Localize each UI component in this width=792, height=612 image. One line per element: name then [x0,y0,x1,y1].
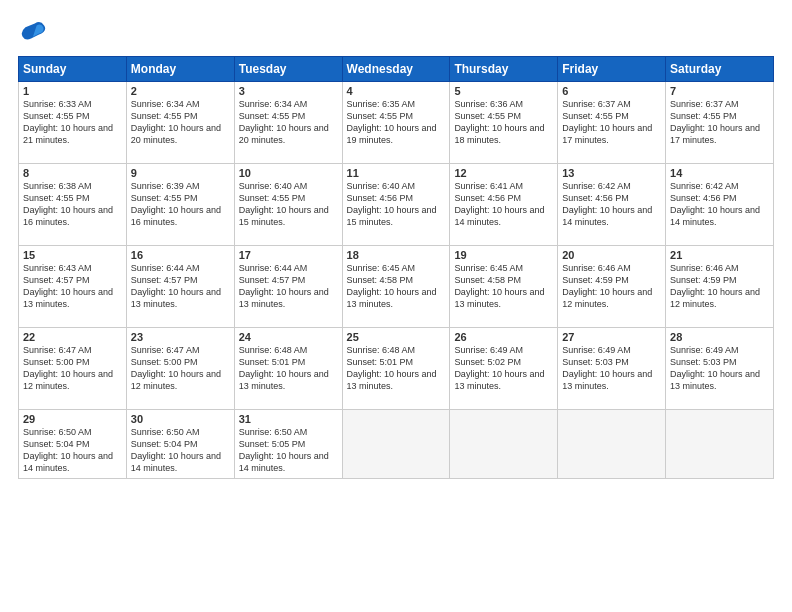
calendar-cell: 30Sunrise: 6:50 AMSunset: 5:04 PMDayligh… [126,410,234,479]
day-number: 12 [454,167,553,179]
calendar-cell: 18Sunrise: 6:45 AMSunset: 4:58 PMDayligh… [342,246,450,328]
day-number: 22 [23,331,122,343]
day-info: Sunrise: 6:39 AMSunset: 4:55 PMDaylight:… [131,180,230,229]
day-info: Sunrise: 6:40 AMSunset: 4:56 PMDaylight:… [347,180,446,229]
day-number: 15 [23,249,122,261]
calendar-cell: 13Sunrise: 6:42 AMSunset: 4:56 PMDayligh… [558,164,666,246]
calendar-header-thursday: Thursday [450,57,558,82]
day-number: 26 [454,331,553,343]
calendar-header-wednesday: Wednesday [342,57,450,82]
calendar-header-friday: Friday [558,57,666,82]
day-info: Sunrise: 6:37 AMSunset: 4:55 PMDaylight:… [670,98,769,147]
day-number: 24 [239,331,338,343]
calendar-cell: 11Sunrise: 6:40 AMSunset: 4:56 PMDayligh… [342,164,450,246]
day-number: 18 [347,249,446,261]
calendar-cell: 31Sunrise: 6:50 AMSunset: 5:05 PMDayligh… [234,410,342,479]
calendar-cell [342,410,450,479]
day-info: Sunrise: 6:50 AMSunset: 5:04 PMDaylight:… [23,426,122,475]
day-number: 28 [670,331,769,343]
calendar-cell: 12Sunrise: 6:41 AMSunset: 4:56 PMDayligh… [450,164,558,246]
day-info: Sunrise: 6:47 AMSunset: 5:00 PMDaylight:… [131,344,230,393]
day-info: Sunrise: 6:35 AMSunset: 4:55 PMDaylight:… [347,98,446,147]
day-number: 16 [131,249,230,261]
calendar-cell: 26Sunrise: 6:49 AMSunset: 5:02 PMDayligh… [450,328,558,410]
day-number: 27 [562,331,661,343]
day-number: 19 [454,249,553,261]
day-info: Sunrise: 6:47 AMSunset: 5:00 PMDaylight:… [23,344,122,393]
day-info: Sunrise: 6:42 AMSunset: 4:56 PMDaylight:… [562,180,661,229]
logo [18,18,50,46]
day-info: Sunrise: 6:34 AMSunset: 4:55 PMDaylight:… [239,98,338,147]
day-number: 5 [454,85,553,97]
calendar-cell: 5Sunrise: 6:36 AMSunset: 4:55 PMDaylight… [450,82,558,164]
calendar-cell [666,410,774,479]
day-number: 7 [670,85,769,97]
day-number: 2 [131,85,230,97]
calendar-header-saturday: Saturday [666,57,774,82]
day-info: Sunrise: 6:48 AMSunset: 5:01 PMDaylight:… [239,344,338,393]
day-info: Sunrise: 6:49 AMSunset: 5:02 PMDaylight:… [454,344,553,393]
calendar-cell: 19Sunrise: 6:45 AMSunset: 4:58 PMDayligh… [450,246,558,328]
calendar-cell: 3Sunrise: 6:34 AMSunset: 4:55 PMDaylight… [234,82,342,164]
calendar-cell: 15Sunrise: 6:43 AMSunset: 4:57 PMDayligh… [19,246,127,328]
calendar-cell: 9Sunrise: 6:39 AMSunset: 4:55 PMDaylight… [126,164,234,246]
calendar-cell: 10Sunrise: 6:40 AMSunset: 4:55 PMDayligh… [234,164,342,246]
day-info: Sunrise: 6:45 AMSunset: 4:58 PMDaylight:… [347,262,446,311]
calendar-cell: 16Sunrise: 6:44 AMSunset: 4:57 PMDayligh… [126,246,234,328]
day-number: 21 [670,249,769,261]
day-number: 29 [23,413,122,425]
day-info: Sunrise: 6:38 AMSunset: 4:55 PMDaylight:… [23,180,122,229]
day-info: Sunrise: 6:50 AMSunset: 5:05 PMDaylight:… [239,426,338,475]
calendar-cell: 14Sunrise: 6:42 AMSunset: 4:56 PMDayligh… [666,164,774,246]
day-info: Sunrise: 6:44 AMSunset: 4:57 PMDaylight:… [131,262,230,311]
day-info: Sunrise: 6:42 AMSunset: 4:56 PMDaylight:… [670,180,769,229]
calendar-cell: 29Sunrise: 6:50 AMSunset: 5:04 PMDayligh… [19,410,127,479]
day-number: 13 [562,167,661,179]
day-number: 25 [347,331,446,343]
calendar-cell: 25Sunrise: 6:48 AMSunset: 5:01 PMDayligh… [342,328,450,410]
logo-icon [18,18,46,46]
day-number: 6 [562,85,661,97]
page: SundayMondayTuesdayWednesdayThursdayFrid… [0,0,792,612]
day-number: 23 [131,331,230,343]
day-number: 4 [347,85,446,97]
calendar-cell: 17Sunrise: 6:44 AMSunset: 4:57 PMDayligh… [234,246,342,328]
day-number: 14 [670,167,769,179]
calendar-cell [558,410,666,479]
day-number: 1 [23,85,122,97]
day-number: 17 [239,249,338,261]
calendar-cell: 1Sunrise: 6:33 AMSunset: 4:55 PMDaylight… [19,82,127,164]
calendar-cell: 20Sunrise: 6:46 AMSunset: 4:59 PMDayligh… [558,246,666,328]
calendar-table: SundayMondayTuesdayWednesdayThursdayFrid… [18,56,774,479]
calendar-cell: 22Sunrise: 6:47 AMSunset: 5:00 PMDayligh… [19,328,127,410]
day-info: Sunrise: 6:37 AMSunset: 4:55 PMDaylight:… [562,98,661,147]
calendar-cell: 4Sunrise: 6:35 AMSunset: 4:55 PMDaylight… [342,82,450,164]
calendar-cell: 24Sunrise: 6:48 AMSunset: 5:01 PMDayligh… [234,328,342,410]
calendar-cell: 21Sunrise: 6:46 AMSunset: 4:59 PMDayligh… [666,246,774,328]
day-info: Sunrise: 6:34 AMSunset: 4:55 PMDaylight:… [131,98,230,147]
day-info: Sunrise: 6:33 AMSunset: 4:55 PMDaylight:… [23,98,122,147]
day-number: 3 [239,85,338,97]
calendar-cell: 6Sunrise: 6:37 AMSunset: 4:55 PMDaylight… [558,82,666,164]
calendar-cell: 27Sunrise: 6:49 AMSunset: 5:03 PMDayligh… [558,328,666,410]
day-info: Sunrise: 6:46 AMSunset: 4:59 PMDaylight:… [670,262,769,311]
calendar-header-sunday: Sunday [19,57,127,82]
header [18,18,774,46]
day-info: Sunrise: 6:45 AMSunset: 4:58 PMDaylight:… [454,262,553,311]
calendar-cell: 23Sunrise: 6:47 AMSunset: 5:00 PMDayligh… [126,328,234,410]
day-info: Sunrise: 6:49 AMSunset: 5:03 PMDaylight:… [562,344,661,393]
day-number: 30 [131,413,230,425]
calendar-header-row: SundayMondayTuesdayWednesdayThursdayFrid… [19,57,774,82]
calendar-cell: 28Sunrise: 6:49 AMSunset: 5:03 PMDayligh… [666,328,774,410]
day-info: Sunrise: 6:44 AMSunset: 4:57 PMDaylight:… [239,262,338,311]
day-number: 10 [239,167,338,179]
day-number: 11 [347,167,446,179]
day-number: 8 [23,167,122,179]
day-info: Sunrise: 6:49 AMSunset: 5:03 PMDaylight:… [670,344,769,393]
day-info: Sunrise: 6:36 AMSunset: 4:55 PMDaylight:… [454,98,553,147]
day-number: 31 [239,413,338,425]
day-info: Sunrise: 6:48 AMSunset: 5:01 PMDaylight:… [347,344,446,393]
day-info: Sunrise: 6:40 AMSunset: 4:55 PMDaylight:… [239,180,338,229]
calendar-header-monday: Monday [126,57,234,82]
calendar-cell: 2Sunrise: 6:34 AMSunset: 4:55 PMDaylight… [126,82,234,164]
